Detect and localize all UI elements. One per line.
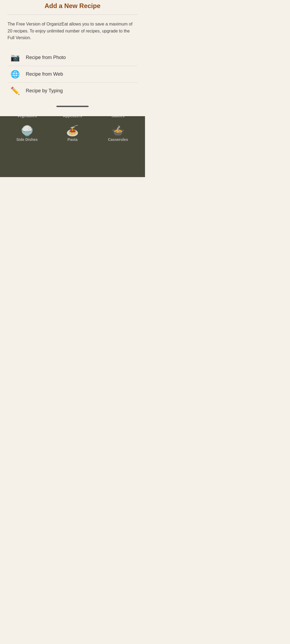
category-label: Side Dishes [16,137,38,142]
category-item-side-dishes[interactable]: 🍚Side Dishes [5,123,49,144]
category-item-casseroles[interactable]: 🍲Casseroles [96,123,140,144]
sheet-divider [8,14,137,15]
category-icon: 🍚 [21,126,33,136]
photo-label: Recipe from Photo [26,55,66,60]
category-icon: 🍝 [66,126,79,136]
category-icon: 🍲 [112,126,124,136]
sheet-description: The Free Version of OrganizEat allows yo… [8,21,137,41]
typing-label: Recipe by Typing [26,88,63,94]
category-label: Casseroles [108,137,128,142]
home-indicator [8,103,137,108]
sheet-title: Add a New Recipe [8,2,137,10]
option-typing[interactable]: ✏️Recipe by Typing [8,83,137,99]
option-web[interactable]: 🌐Recipe from Web [8,66,137,83]
typing-icon: ✏️ [10,86,20,95]
web-label: Recipe from Web [26,71,63,77]
category-item-pasta[interactable]: 🍝Pasta [51,123,94,144]
home-bar [56,106,89,107]
option-photo[interactable]: 📷Recipe from Photo [8,49,137,66]
web-icon: 🌐 [10,70,20,79]
photo-icon: 📷 [10,53,20,62]
category-label: Pasta [67,137,77,142]
sheet-options-list: 📷Recipe from Photo🌐Recipe from Web✏️Reci… [8,49,137,99]
bottom-sheet: Add a New Recipe The Free Version of Org… [0,0,145,116]
